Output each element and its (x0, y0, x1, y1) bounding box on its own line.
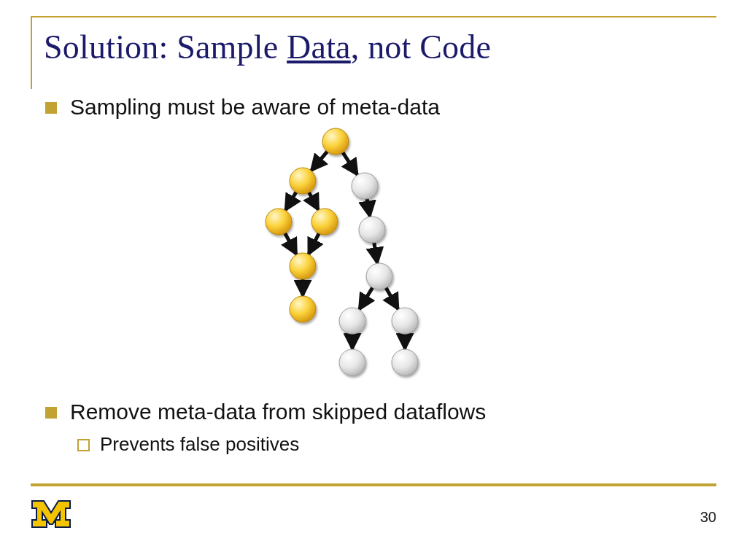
frame-line-top (31, 16, 716, 18)
node-grey (339, 308, 365, 334)
tree-edge (285, 233, 296, 254)
node-grey (392, 349, 418, 376)
bullet-level2: Prevents false positives (77, 433, 299, 456)
tree-edge (312, 152, 328, 170)
tree-edge (309, 192, 318, 209)
node-yellow (290, 296, 316, 322)
frame-line-left (31, 16, 32, 89)
tree-edge (360, 287, 372, 308)
node-yellow (322, 128, 349, 155)
tree-edge (343, 152, 357, 174)
nodes-layer (266, 128, 418, 376)
bullet-hollow-icon (77, 439, 90, 451)
title-pre: Solution: Sample (44, 28, 287, 66)
tree-edge (374, 243, 377, 262)
tree-edge (367, 199, 370, 216)
node-grey (339, 349, 365, 376)
bullet-square-icon (45, 102, 57, 114)
node-yellow (311, 209, 338, 235)
bullet-square-icon (45, 407, 57, 419)
bullet-text: Sampling must be aware of meta-data (70, 95, 440, 120)
bullet-level1: Sampling must be aware of meta-data (45, 95, 440, 120)
slide-title: Solution: Sample Data, not Code (44, 28, 491, 66)
title-underlined: Data (287, 28, 351, 66)
node-grey (392, 308, 418, 334)
node-yellow (266, 209, 292, 235)
tree-edge (286, 192, 296, 209)
bullet-level1: Remove meta-data from skipped dataflows (45, 400, 486, 424)
title-post: , not Code (351, 28, 491, 66)
page-number: 30 (700, 509, 716, 526)
tree-edge (386, 288, 398, 308)
tree-diagram (226, 125, 460, 381)
umich-logo (31, 499, 71, 529)
tree-edge (309, 233, 319, 253)
node-grey (359, 217, 385, 243)
node-grey (366, 263, 392, 289)
frame-line-bottom (31, 483, 716, 486)
node-yellow (290, 253, 316, 279)
node-grey (352, 173, 378, 199)
bullet-text: Remove meta-data from skipped dataflows (70, 400, 486, 424)
bullet-text: Prevents false positives (100, 433, 299, 456)
node-yellow (290, 168, 316, 194)
